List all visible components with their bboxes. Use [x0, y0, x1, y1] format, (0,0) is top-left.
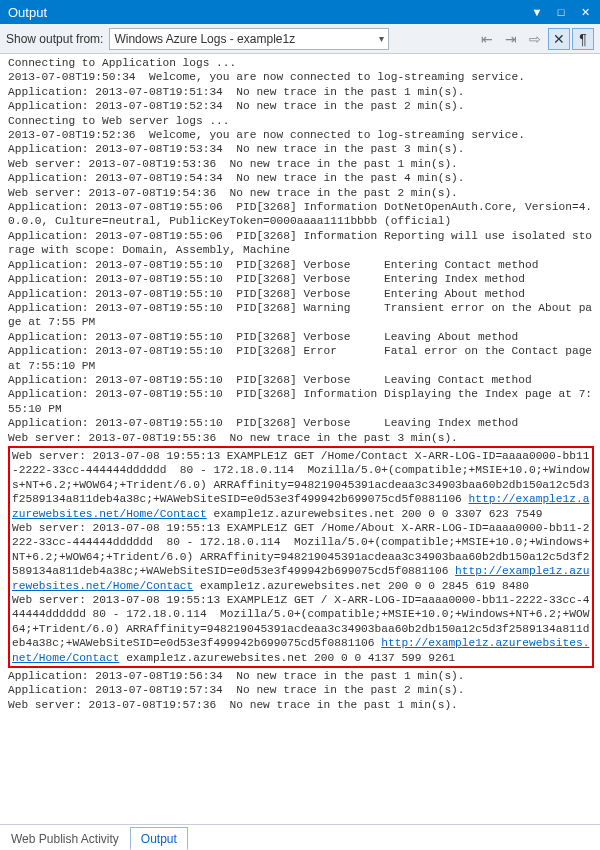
- goto-icon[interactable]: ⇨: [524, 28, 546, 50]
- tab-web-publish[interactable]: Web Publish Activity: [0, 827, 130, 850]
- clear-icon[interactable]: ✕: [548, 28, 570, 50]
- log-text: Connecting to Application logs ... 2013-…: [8, 57, 599, 444]
- output-source-label: Show output from:: [6, 32, 103, 46]
- close-icon[interactable]: ✕: [574, 3, 596, 21]
- tab-output[interactable]: Output: [130, 827, 188, 850]
- indent-right-icon[interactable]: ⇥: [500, 28, 522, 50]
- window-title: Output: [4, 5, 524, 20]
- indent-left-icon[interactable]: ⇤: [476, 28, 498, 50]
- dropdown-value: Windows Azure Logs - example1z: [114, 32, 379, 46]
- log-text: example1z.azurewebsites.net 200 0 0 2845…: [193, 580, 529, 592]
- log-text: example1z.azurewebsites.net 200 0 0 4137…: [119, 652, 455, 664]
- log-text: Application: 2013-07-08T19:56:34 No new …: [8, 670, 465, 711]
- wordwrap-icon[interactable]: ¶: [572, 28, 594, 50]
- titlebar: Output ▼ □ ✕: [0, 0, 600, 24]
- footer-tabs: Web Publish Activity Output: [0, 824, 600, 850]
- dropdown-icon[interactable]: ▼: [526, 3, 548, 21]
- chevron-down-icon: ▾: [379, 33, 384, 44]
- output-source-dropdown[interactable]: Windows Azure Logs - example1z ▾: [109, 28, 389, 50]
- maximize-icon[interactable]: □: [550, 3, 572, 21]
- toolbar: Show output from: Windows Azure Logs - e…: [0, 24, 600, 54]
- log-text: example1z.azurewebsites.net 200 0 0 3307…: [207, 508, 543, 520]
- highlighted-region: Web server: 2013-07-08 19:55:13 EXAMPLE1…: [8, 446, 594, 668]
- output-content: Connecting to Application logs ... 2013-…: [0, 54, 600, 824]
